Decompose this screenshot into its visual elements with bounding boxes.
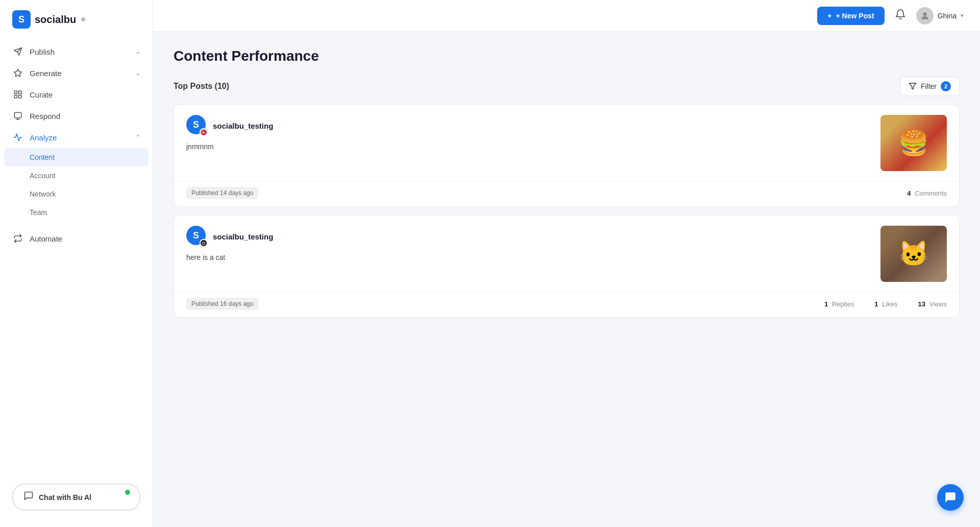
post-likes-count: 1 (874, 300, 878, 308)
post-username-1: socialbu_testing (213, 122, 273, 130)
sidebar-item-network[interactable]: Network (0, 185, 153, 203)
sidebar-item-generate[interactable]: Generate ⌄ (0, 62, 153, 84)
post-avatar-wrap-1: S ● (186, 115, 208, 136)
threads-icon: @ (200, 239, 208, 247)
cat-image: 🐱 (880, 226, 947, 282)
svg-marker-2 (14, 69, 22, 77)
post-comments-label: Comments (915, 189, 947, 197)
new-post-label: + New Post (835, 12, 874, 20)
sidebar-item-publish[interactable]: Publish ⌄ (0, 41, 153, 62)
filter-badge: 2 (941, 81, 951, 91)
sidebar-item-curate[interactable]: Curate (0, 84, 153, 105)
page-title: Content Performance (174, 48, 960, 64)
svg-marker-11 (909, 83, 916, 89)
sidebar-nav: Publish ⌄ Generate ⌄ Curate Respond (0, 37, 153, 471)
automate-icon (12, 234, 23, 243)
filter-button[interactable]: Filter 2 (900, 77, 960, 96)
post-avatar-wrap-2: S @ (186, 226, 208, 247)
user-menu[interactable]: Ghina ▾ (916, 7, 964, 25)
post-footer-1: Published 14 days ago 4 Comments (174, 181, 959, 206)
sidebar-label-respond: Respond (30, 112, 60, 121)
post-published-badge-2: Published 16 days ago (186, 298, 258, 310)
chart-icon (12, 133, 23, 142)
post-main-1: S ● socialbu_testing jnmmnm (186, 115, 872, 171)
user-name: Ghina (938, 12, 957, 20)
logo-icon: S (12, 10, 31, 29)
header: + + New Post Ghina ▾ (153, 0, 980, 32)
post-views: 13 Views (918, 300, 947, 308)
chat-with-bu-ai-button[interactable]: Chat with Bu Al (12, 484, 140, 511)
logo-text: socialbu (35, 14, 76, 26)
sidebar-item-team[interactable]: Team (0, 203, 153, 222)
post-views-label: Views (929, 300, 947, 308)
filter-row: Top Posts (10) Filter 2 (174, 77, 960, 96)
post-main-2: S @ socialbu_testing here is a cat (186, 226, 872, 282)
content-area: Content Performance Top Posts (10) Filte… (153, 32, 980, 527)
chevron-down-icon-generate: ⌄ (135, 69, 140, 77)
sidebar-label-automate: Automate (30, 234, 62, 243)
post-card-inner-1: S ● socialbu_testing jnmmnm 🍔 (174, 105, 959, 181)
post-replies: 1 Replies (824, 300, 854, 308)
burger-image: 🍔 (880, 115, 947, 171)
post-stats-2: 1 Replies 1 Likes 13 Views (824, 300, 947, 308)
sidebar-label-curate: Curate (30, 90, 53, 99)
sparkle-icon (12, 68, 23, 78)
post-likes-label: Likes (882, 300, 897, 308)
logo-status-dot (81, 17, 85, 21)
post-thumbnail-burger: 🍔 (880, 115, 947, 171)
user-chevron-icon: ▾ (961, 12, 964, 19)
chevron-down-icon: ⌄ (135, 48, 140, 55)
sidebar-item-content[interactable]: Content (4, 148, 149, 166)
post-views-count: 13 (918, 300, 925, 308)
filter-label: Filter (921, 82, 937, 90)
notifications-bell-button[interactable] (893, 7, 908, 25)
post-text-2: here is a cat (186, 252, 872, 263)
floating-chat-button[interactable] (937, 484, 964, 511)
sidebar: S socialbu Publish ⌄ Generate ⌄ Curate (0, 0, 153, 527)
post-thumbnail-cat: 🐱 (880, 226, 947, 282)
main-area: + + New Post Ghina ▾ Content Performance… (153, 0, 980, 527)
svg-rect-7 (14, 112, 21, 118)
chat-bubble-icon (23, 491, 34, 504)
sidebar-item-respond[interactable]: Respond (0, 105, 153, 127)
chat-btn-container: Chat with Bu Al (0, 471, 153, 523)
send-icon (12, 47, 23, 56)
grid-icon (12, 90, 23, 99)
post-likes: 1 Likes (874, 300, 897, 308)
post-header-1: S ● socialbu_testing (186, 115, 872, 136)
sidebar-label-generate: Generate (30, 69, 62, 78)
post-stats-1: 4 Comments (907, 189, 947, 197)
post-header-2: S @ socialbu_testing (186, 226, 872, 247)
svg-rect-5 (14, 95, 17, 98)
new-post-button[interactable]: + + New Post (817, 7, 884, 25)
sidebar-label-publish: Publish (30, 47, 55, 56)
post-comments: 4 Comments (907, 189, 947, 197)
top-posts-label: Top Posts (10) (174, 82, 229, 91)
respond-icon (12, 111, 23, 121)
sidebar-item-analyze[interactable]: Analyze ⌃ (0, 127, 153, 148)
sidebar-label-analyze: Analyze (30, 133, 57, 142)
post-card-inner-2: S @ socialbu_testing here is a cat 🐱 (174, 215, 959, 292)
chat-online-dot (125, 490, 130, 495)
svg-rect-3 (14, 91, 17, 93)
post-published-badge-1: Published 14 days ago (186, 187, 258, 199)
analyze-sub-nav: Content Account Network Team (0, 148, 153, 224)
avatar (916, 7, 934, 25)
svg-rect-6 (19, 95, 21, 98)
post-card-2: S @ socialbu_testing here is a cat 🐱 Pub… (174, 215, 960, 318)
sidebar-item-account[interactable]: Account (0, 166, 153, 185)
instagram-icon: ● (200, 128, 208, 136)
chevron-up-icon: ⌃ (135, 134, 140, 141)
post-replies-count: 1 (824, 300, 828, 308)
svg-rect-4 (19, 91, 21, 93)
svg-point-10 (923, 12, 926, 16)
post-comments-count: 4 (907, 189, 911, 197)
post-username-2: socialbu_testing (213, 232, 273, 241)
post-footer-2: Published 16 days ago 1 Replies 1 Likes … (174, 292, 959, 317)
chat-btn-label: Chat with Bu Al (39, 493, 91, 501)
sidebar-logo: S socialbu (0, 0, 153, 37)
post-replies-label: Replies (832, 300, 854, 308)
new-post-plus-icon: + (827, 12, 831, 20)
sidebar-item-automate[interactable]: Automate (0, 228, 153, 249)
post-text-1: jnmmnm (186, 141, 872, 152)
